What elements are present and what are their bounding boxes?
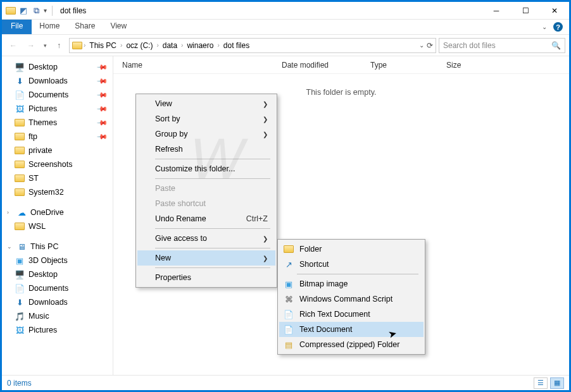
window-title: dot files — [55, 6, 482, 15]
qat-powershell-icon[interactable]: ⧉ — [31, 6, 41, 16]
sidebar-item-screenshots[interactable]: Screenshots — [3, 157, 111, 171]
sidebar-item-pictures[interactable]: 🖼Pictures — [3, 323, 111, 337]
qat-properties-icon[interactable]: ◩ — [18, 6, 28, 16]
chevron-down-icon[interactable]: ⌄ — [7, 243, 13, 250]
chevron-right-icon: ❯ — [244, 255, 268, 262]
context-menu[interactable]: View❯Sort by❯Group by❯RefreshCustomize t… — [135, 94, 277, 288]
new-submenu[interactable]: Folder↗Shortcut▣Bitmap image⌘Windows Com… — [277, 239, 425, 355]
file-tab[interactable]: File — [2, 20, 32, 34]
chevron-right-icon: ❯ — [244, 131, 268, 138]
sidebar-item-documents[interactable]: 📄Documents — [3, 281, 111, 295]
help-icon[interactable]: ? — [553, 22, 563, 32]
cmd-icon: ⌘ — [283, 293, 294, 305]
tab-home[interactable]: Home — [32, 20, 67, 34]
maximize-button[interactable]: ☐ — [511, 2, 540, 20]
qat: ◩ ⧉ ▾ — [2, 6, 55, 16]
crumb-thispc[interactable]: This PC — [87, 39, 119, 52]
sidebar-item-private[interactable]: private — [3, 144, 111, 157]
crumb-data[interactable]: data — [160, 39, 180, 52]
new-compressed-zipped-folder[interactable]: ▤Compressed (zipped) Folder — [279, 337, 424, 352]
address-bar[interactable]: › This PC› ocz (C:)› data› winaero› dot … — [69, 38, 436, 53]
sidebar-item-music[interactable]: 🎵Music — [3, 309, 111, 323]
ctx-group-by[interactable]: Group by❯ — [137, 126, 275, 142]
pictures-icon: 🖼 — [15, 104, 25, 114]
chevron-right-icon: ❯ — [244, 116, 268, 123]
sidebar-item-documents[interactable]: 📄Documents📌 — [3, 88, 111, 102]
pin-icon: 📌 — [96, 89, 108, 101]
ribbon-expand-icon[interactable]: ⌄ — [542, 23, 547, 30]
recent-dropdown-icon[interactable]: ▾ — [41, 38, 49, 53]
sidebar-item-desktop[interactable]: 🖥️Desktop — [3, 267, 111, 281]
folder-icon — [15, 173, 25, 183]
ctx-sort-by[interactable]: Sort by❯ — [137, 111, 275, 126]
ctx-give-access-to[interactable]: Give access to❯ — [137, 231, 275, 246]
new-rich-text-document[interactable]: 📄Rich Text Document — [279, 307, 424, 322]
new-text-document[interactable]: 📄Text Document — [279, 322, 424, 337]
close-button[interactable]: ✕ — [540, 2, 569, 20]
minimize-button[interactable]: ─ — [482, 2, 511, 20]
new-folder[interactable]: Folder — [279, 242, 424, 257]
sidebar-item-st[interactable]: ST — [3, 171, 111, 185]
up-button[interactable]: ↑ — [51, 38, 66, 53]
folder-icon — [15, 145, 25, 156]
forward-button[interactable]: → — [23, 38, 39, 53]
new-shortcut[interactable]: ↗Shortcut — [279, 257, 424, 272]
ctx-customize-this-folder-[interactable]: Customize this folder... — [137, 161, 275, 176]
pin-icon: 📌 — [96, 61, 108, 73]
refresh-icon[interactable]: ⟳ — [427, 41, 433, 50]
documents-icon: 📄 — [15, 283, 25, 293]
ctx-view[interactable]: View❯ — [137, 96, 275, 111]
ctx-refresh[interactable]: Refresh — [137, 142, 275, 157]
ctx-undo-rename[interactable]: Undo RenameCtrl+Z — [137, 211, 275, 226]
tab-view[interactable]: View — [103, 20, 134, 34]
chevron-right-icon: ❯ — [244, 101, 268, 107]
crumb-drive[interactable]: ocz (C:) — [123, 39, 155, 52]
sidebar-item-wsl[interactable]: WSL — [3, 219, 111, 233]
sidebar-item-downloads[interactable]: ⬇Downloads — [3, 295, 111, 309]
folder-icon — [15, 118, 25, 128]
sidebar-onedrive[interactable]: ›☁OneDrive — [3, 205, 111, 219]
search-input[interactable]: Search dot files 🔍 — [439, 38, 565, 53]
column-headers: Name Date modified Type Size — [113, 56, 569, 74]
sidebar-item-desktop[interactable]: 🖥️Desktop📌 — [3, 60, 111, 74]
col-type[interactable]: Type — [367, 61, 442, 70]
sidebar-item-pictures[interactable]: 🖼Pictures📌 — [3, 102, 111, 116]
pin-icon: 📌 — [96, 130, 108, 142]
sidebar-item-downloads[interactable]: ⬇Downloads📌 — [3, 74, 111, 88]
folder-icon — [15, 132, 25, 142]
col-date[interactable]: Date modified — [278, 61, 367, 70]
view-large-icons-button[interactable]: ▦ — [550, 377, 564, 389]
window-controls: ─ ☐ ✕ — [482, 2, 569, 20]
shortcut-icon: ↗ — [283, 259, 294, 270]
sidebar-item-themes[interactable]: Themes📌 — [3, 116, 111, 130]
onedrive-icon: ☁ — [16, 207, 27, 217]
downloads-icon: ⬇ — [15, 297, 25, 307]
status-item-count: 0 items — [7, 379, 32, 388]
sidebar-item-ftp[interactable]: ftp📌 — [3, 130, 111, 144]
sidebar-item-3d objects[interactable]: ▣3D Objects — [3, 254, 111, 267]
titlebar: ◩ ⧉ ▾ dot files ─ ☐ ✕ — [2, 2, 569, 20]
crumb-winaero[interactable]: winaero — [184, 39, 216, 52]
back-button[interactable]: ← — [6, 38, 21, 53]
ctx-paste-shortcut: Paste shortcut — [137, 196, 275, 211]
ctx-properties[interactable]: Properties — [137, 270, 275, 285]
downloads-icon: ⬇ — [15, 76, 25, 86]
music-icon: 🎵 — [15, 311, 25, 321]
crumb-dotfiles[interactable]: dot files — [221, 39, 252, 52]
sidebar-thispc[interactable]: ⌄🖥This PC — [3, 240, 111, 254]
desktop-icon: 🖥️ — [15, 269, 25, 279]
tab-share[interactable]: Share — [67, 20, 103, 34]
col-size[interactable]: Size — [442, 61, 493, 70]
ctx-new[interactable]: New❯ — [137, 250, 275, 266]
qat-dropdown-icon[interactable]: ▾ — [44, 7, 47, 14]
new-windows-command-script[interactable]: ⌘Windows Command Script — [279, 291, 424, 307]
sidebar-item-system32[interactable]: System32 — [3, 185, 111, 199]
status-bar: 0 items ☰ ▦ — [2, 375, 569, 390]
new-bitmap-image[interactable]: ▣Bitmap image — [279, 276, 424, 291]
view-details-button[interactable]: ☰ — [534, 377, 548, 389]
address-folder-icon — [72, 40, 82, 51]
nav-pane[interactable]: 🖥️Desktop📌⬇Downloads📌📄Documents📌🖼Picture… — [2, 56, 113, 375]
address-dropdown-icon[interactable]: ⌄ — [419, 42, 424, 49]
chevron-right-icon[interactable]: › — [7, 209, 13, 216]
col-name[interactable]: Name — [118, 61, 278, 70]
